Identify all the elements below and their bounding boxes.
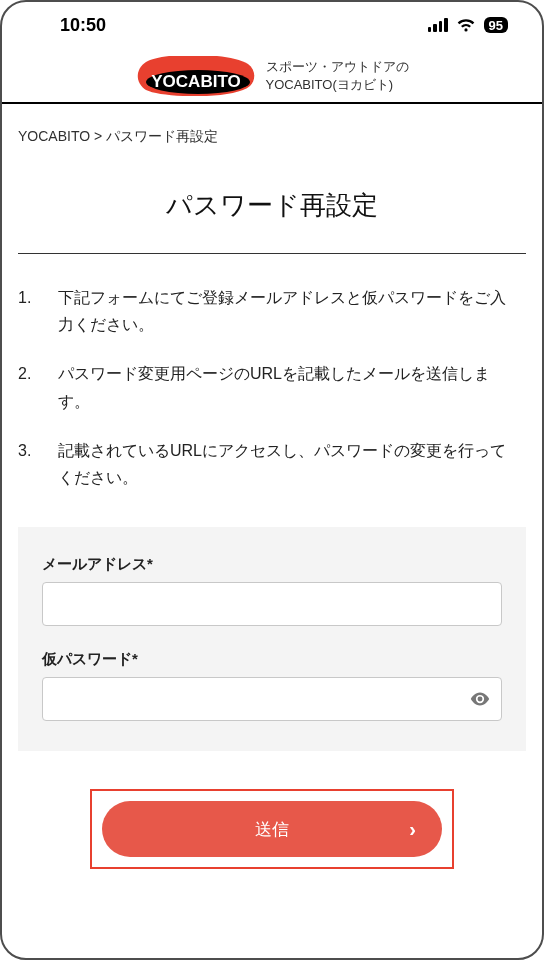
wifi-icon [456,18,476,33]
email-label: メールアドレス* [42,555,502,574]
status-time: 10:50 [60,15,106,36]
email-field-group: メールアドレス* [42,555,502,626]
breadcrumb: YOCABITO > パスワード再設定 [2,104,542,146]
page-title: パスワード再設定 [2,146,542,253]
password-field-group: 仮パスワード* [42,650,502,721]
reset-form-panel: メールアドレス* 仮パスワード* [18,527,526,751]
instruction-list: 下記フォームにてご登録メールアドレスと仮パスワードをご入力ください。 パスワード… [2,254,542,523]
yocabito-logo[interactable]: YOCABITO [136,56,256,96]
brand-header: YOCABITO スポーツ・アウトドアの YOCABITO(ヨカビト) [2,48,542,102]
status-bar: 10:50 95 [2,2,542,48]
submit-highlight-box: 送信 › [90,789,454,869]
breadcrumb-root[interactable]: YOCABITO [18,128,90,144]
cellular-signal-icon [428,18,448,32]
chevron-right-icon: › [409,818,416,841]
submit-button[interactable]: 送信 › [102,801,442,857]
temp-password-input[interactable] [42,677,502,721]
battery-indicator: 95 [484,17,508,33]
password-visibility-toggle[interactable] [468,687,492,711]
breadcrumb-separator: > [94,128,102,144]
eye-icon [469,688,491,710]
password-label: 仮パスワード* [42,650,502,669]
brand-tagline: スポーツ・アウトドアの YOCABITO(ヨカビト) [266,58,409,94]
email-input[interactable] [42,582,502,626]
status-right: 95 [428,17,508,33]
breadcrumb-current: パスワード再設定 [106,128,218,144]
instruction-item: 下記フォームにてご登録メールアドレスと仮パスワードをご入力ください。 [18,284,520,338]
submit-button-label: 送信 [255,818,289,841]
svg-text:YOCABITO: YOCABITO [151,72,240,91]
instruction-item: パスワード変更用ページのURLを記載したメールを送信します。 [18,360,520,414]
instruction-item: 記載されているURLにアクセスし、パスワードの変更を行ってください。 [18,437,520,491]
